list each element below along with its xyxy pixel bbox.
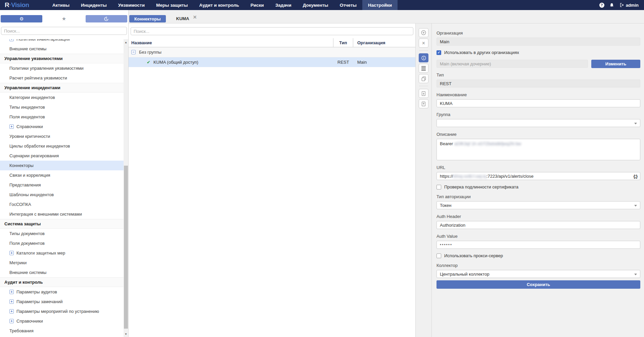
sidebar-item[interactable]: Представления (0, 180, 124, 190)
auth-header-label: Auth Header (436, 214, 640, 219)
expand-icon[interactable]: + (9, 290, 14, 294)
nav-item-5[interactable]: Риски (245, 0, 270, 10)
import-button[interactable] (419, 99, 428, 108)
expand-icon[interactable]: + (9, 319, 14, 323)
share-checkbox-row[interactable]: ✓ Использовать в других организациях (436, 50, 640, 55)
export-button[interactable] (419, 89, 428, 98)
sidebar-item[interactable]: +Параметры замечаний (0, 297, 124, 306)
sidebar-item[interactable]: Типы инцидентов (0, 102, 124, 112)
proxy-checkbox-row[interactable]: Использовать прокси-сервер (436, 253, 640, 258)
sidebar-item[interactable]: Требования (0, 326, 124, 336)
sidebar-item[interactable]: +Политики инвентаризации (0, 39, 124, 44)
copy-button[interactable] (419, 74, 428, 83)
column-header-org[interactable]: Организация (353, 38, 415, 47)
collapse-icon[interactable]: − (131, 50, 136, 54)
user-menu[interactable]: admin (619, 3, 639, 8)
sidebar-item[interactable]: Расчет рейтинга уязвимости (0, 73, 124, 83)
details-button[interactable] (419, 64, 428, 73)
tab-favorites[interactable]: ★ (43, 15, 85, 22)
auth-value-input[interactable]: •••••• (436, 241, 640, 249)
expand-icon[interactable]: + (9, 299, 14, 304)
sidebar-scrollbar[interactable]: ▲ ▼ (124, 39, 128, 337)
cert-checkbox-row[interactable]: Проверка подлинности сертификата (436, 184, 640, 189)
help-icon[interactable]: ? (599, 3, 604, 8)
sidebar-item[interactable]: +Параметры мероприятий по устранению (0, 306, 124, 316)
scroll-up-icon[interactable]: ▲ (124, 40, 128, 45)
proxy-checkbox[interactable] (436, 254, 441, 258)
notifications-bell-icon[interactable] (609, 3, 614, 8)
save-button[interactable]: Сохранить (436, 280, 640, 289)
change-button[interactable]: Изменить (591, 60, 640, 68)
sidebar-item[interactable]: ГосСОПКА (0, 200, 124, 209)
sidebar-item[interactable]: Типы документов (0, 229, 124, 238)
details-icon (421, 66, 426, 71)
sidebar-section-header: Управление инцидентами (0, 83, 124, 93)
sidebar-item[interactable]: К (0, 336, 124, 337)
scrollbar-thumb[interactable] (124, 166, 128, 329)
delete-button[interactable]: × (419, 39, 428, 48)
sidebar-item[interactable]: Поля документов (0, 238, 124, 248)
tab-connectors[interactable]: Коннекторы (129, 15, 166, 22)
name-input[interactable] (436, 99, 640, 107)
sidebar-item[interactable]: Категории инцидентов (0, 93, 124, 102)
sidebar-item[interactable]: Циклы обработки инцидентов (0, 141, 124, 151)
template-variables-icon[interactable]: {;} (634, 174, 637, 179)
expand-icon[interactable]: + (9, 124, 14, 129)
logo-r: R (5, 1, 9, 8)
tab-settings-gear[interactable]: ⚙ (1, 15, 42, 22)
sidebar-search-input[interactable] (1, 27, 127, 35)
redacted-host: kfmq-svt8.f.swj.lq (453, 174, 487, 179)
info-button[interactable] (419, 53, 428, 62)
nav-item-6[interactable]: Задачи (270, 0, 297, 10)
sidebar-item[interactable]: Политики управления уязвимостями (0, 63, 124, 73)
group-label: Группа (436, 112, 640, 117)
nav-item-4[interactable]: Аудит и контроль (193, 0, 245, 10)
table-row[interactable]: ✔ KUMA (общий доступ) REST Main (129, 57, 415, 67)
scroll-down-icon[interactable]: ▼ (124, 332, 128, 336)
description-textarea[interactable]: Bearer aGfK3qf 1h xGTZbdsldkfjwq2N bw (436, 139, 640, 160)
sidebar-item[interactable]: Поля инцидентов (0, 112, 124, 122)
cert-checkbox[interactable] (436, 185, 441, 189)
nav-item-3[interactable]: Меры защиты (150, 0, 193, 10)
sidebar-item[interactable]: +Параметры аудитов (0, 287, 124, 297)
settings-sidebar: ⚙ ★ +Политики инвентаризацииВнешние сист… (0, 10, 129, 337)
sidebar-item[interactable]: Связи и корреляция (0, 170, 124, 180)
nav-item-9[interactable]: Настройки (362, 0, 398, 10)
close-tab-icon[interactable]: ✕ (193, 15, 197, 19)
expand-icon[interactable]: + (9, 39, 14, 41)
nav-item-0[interactable]: Активы (47, 0, 75, 10)
share-checkbox[interactable]: ✓ (436, 50, 441, 55)
column-header-name[interactable]: Название (129, 40, 333, 45)
sidebar-item[interactable]: Уровни критичности (0, 131, 124, 141)
sidebar-item[interactable]: Метрики (0, 258, 124, 268)
nav-item-7[interactable]: Документы (297, 0, 334, 10)
group-select[interactable] (436, 119, 640, 127)
sidebar-section-header: Аудит и контроль (0, 277, 124, 287)
tab-kuma[interactable]: KUMA ✕ (176, 15, 197, 22)
auth-type-select[interactable]: Токен (436, 201, 640, 209)
nav-item-8[interactable]: Отчеты (334, 0, 362, 10)
sidebar-item[interactable]: +Справочники (0, 316, 124, 326)
sidebar-item[interactable]: Шаблоны инцидентов (0, 190, 124, 200)
sidebar-item[interactable]: +Справочники (0, 122, 124, 131)
url-input[interactable]: https://kfmq-svt8.f.swj.lq:7223/api/v1/a… (436, 172, 640, 180)
tab-history[interactable] (86, 15, 127, 22)
add-button[interactable] (419, 28, 428, 37)
nav-item-2[interactable]: Уязвимости (112, 0, 150, 10)
sidebar-item[interactable]: Интеграция с внешними системами (0, 209, 124, 219)
auth-header-input[interactable] (436, 221, 640, 229)
group-row[interactable]: − Без группы (129, 47, 415, 57)
chevron-down-icon (634, 205, 637, 207)
expand-icon[interactable]: + (9, 251, 14, 255)
connectors-search-input[interactable] (131, 27, 413, 35)
nav-item-1[interactable]: Инциденты (75, 0, 112, 10)
connectors-panel: Название Тип Организация − Без группы ✔ … (129, 23, 416, 337)
sidebar-item[interactable]: Сценарии реагирования (0, 151, 124, 161)
column-header-type[interactable]: Тип (333, 38, 353, 47)
sidebar-item[interactable]: Внешние системы (0, 44, 124, 54)
sidebar-item[interactable]: Внешние системы (0, 268, 124, 277)
expand-icon[interactable]: + (9, 309, 14, 314)
sidebar-item[interactable]: Коннекторы (0, 161, 124, 170)
collector-select[interactable]: Центральный коллектор (436, 270, 640, 278)
sidebar-item[interactable]: +Каталоги защитных мер (0, 248, 124, 258)
